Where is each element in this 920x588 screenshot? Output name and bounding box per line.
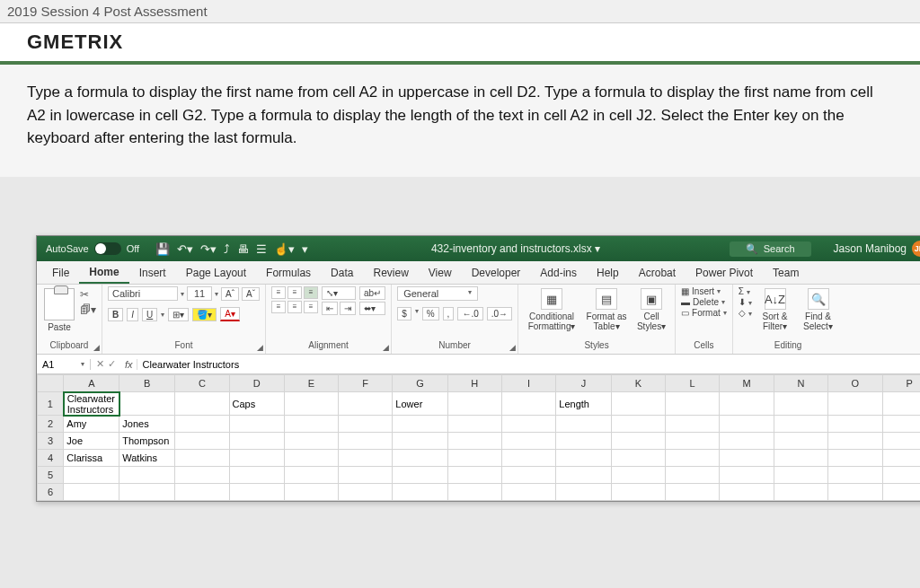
col-header-K[interactable]: K (611, 375, 665, 392)
cell-E6[interactable] (284, 484, 338, 501)
tab-page-layout[interactable]: Page Layout (176, 263, 256, 283)
cell-C4[interactable] (175, 450, 229, 467)
cell-I2[interactable] (501, 416, 555, 433)
cell-D5[interactable] (229, 467, 284, 484)
col-header-M[interactable]: M (720, 375, 774, 392)
cell-L4[interactable] (665, 450, 719, 467)
cell-C2[interactable] (175, 416, 229, 433)
decrease-font-icon[interactable]: Aˇ (242, 287, 260, 301)
font-size-select[interactable]: 11 (187, 286, 212, 301)
tab-view[interactable]: View (419, 263, 462, 283)
font-name-select[interactable]: Calibri (108, 286, 178, 301)
document-name[interactable]: 432-inventory and instructors.xlsx ▾ (315, 242, 716, 255)
cell-H6[interactable] (447, 484, 501, 501)
cell-N3[interactable] (774, 433, 827, 450)
cell-F2[interactable] (339, 416, 393, 433)
font-color-icon[interactable]: A▾ (220, 307, 240, 321)
cell-N6[interactable] (774, 484, 827, 501)
cell-D1[interactable]: Caps (229, 392, 284, 416)
copy-icon[interactable]: 🗐▾ (80, 303, 96, 316)
cell-I5[interactable] (501, 467, 555, 484)
cell-C1[interactable] (175, 392, 229, 416)
col-header-C[interactable]: C (175, 375, 229, 392)
autosum-button[interactable]: Σ ▾ (739, 286, 752, 296)
cell-F4[interactable] (339, 450, 393, 467)
cell-D4[interactable] (229, 450, 284, 467)
cell-K5[interactable] (611, 467, 665, 484)
tab-developer[interactable]: Developer (462, 263, 531, 283)
fill-color-icon[interactable]: 🪣▾ (192, 308, 217, 321)
cell-B5[interactable] (119, 467, 175, 484)
cell-E2[interactable] (284, 416, 338, 433)
indent-inc-icon[interactable]: ⇥ (340, 302, 356, 315)
autosave-toggle[interactable]: AutoSave Off (37, 242, 148, 255)
format-as-table-button[interactable]: ▤Format asTable▾ (583, 286, 630, 333)
cell-P2[interactable] (882, 416, 920, 433)
cell-M5[interactable] (720, 467, 774, 484)
search-box[interactable]: 🔍 Search (730, 241, 811, 257)
cell-P4[interactable] (882, 450, 920, 467)
paste-button[interactable]: Paste (42, 286, 76, 334)
cell-N1[interactable] (774, 392, 827, 416)
border-icon[interactable]: ⊞▾ (168, 308, 189, 321)
comma-icon[interactable]: , (443, 307, 455, 320)
toggle-icon[interactable] (94, 242, 121, 255)
tab-insert[interactable]: Insert (129, 263, 176, 283)
cell-J4[interactable] (556, 450, 611, 467)
dialog-launcher-icon[interactable]: ◢ (509, 343, 516, 352)
cell-E5[interactable] (284, 467, 338, 484)
cancel-formula-icon[interactable]: ✕ (96, 358, 104, 370)
cell-J6[interactable] (556, 484, 611, 501)
cell-O4[interactable] (828, 450, 882, 467)
number-format-select[interactable]: General ▾ (397, 286, 478, 301)
delete-cells-button[interactable]: ▬Delete ▾ (681, 297, 727, 307)
col-header-J[interactable]: J (556, 375, 611, 392)
cell-L6[interactable] (665, 484, 719, 501)
underline-button[interactable]: U (142, 308, 157, 321)
undo-icon[interactable]: ↶▾ (177, 242, 193, 256)
cell-F3[interactable] (339, 433, 393, 450)
cell-I3[interactable] (501, 433, 555, 450)
cell-K3[interactable] (611, 433, 665, 450)
row-header-6[interactable]: 6 (38, 484, 64, 501)
cell-G6[interactable] (393, 484, 447, 501)
col-header-O[interactable]: O (828, 375, 882, 392)
cell-P6[interactable] (882, 484, 920, 501)
cell-J1[interactable]: Length (556, 392, 611, 416)
cell-B1[interactable] (119, 392, 175, 416)
col-header-A[interactable]: A (64, 375, 119, 392)
row-header-4[interactable]: 4 (38, 450, 64, 467)
cell-K2[interactable] (611, 416, 665, 433)
tab-team[interactable]: Team (763, 263, 809, 283)
col-header-G[interactable]: G (393, 375, 447, 392)
cell-H3[interactable] (447, 433, 501, 450)
cell-I4[interactable] (501, 450, 555, 467)
row-header-2[interactable]: 2 (38, 416, 64, 433)
col-header-P[interactable]: P (882, 375, 920, 392)
cell-E1[interactable] (284, 392, 338, 416)
fx-icon[interactable]: fx (121, 359, 137, 370)
cell-C5[interactable] (175, 467, 229, 484)
cell-D3[interactable] (229, 433, 284, 450)
wrap-text-icon[interactable]: ab↵ (359, 286, 385, 300)
cell-H2[interactable] (447, 416, 501, 433)
cell-K1[interactable] (611, 392, 665, 416)
cell-styles-button[interactable]: ▣CellStyles▾ (633, 286, 669, 333)
cell-O6[interactable] (828, 484, 882, 501)
increase-decimal-icon[interactable]: ←.0 (457, 307, 482, 320)
cell-D2[interactable] (229, 416, 284, 433)
cell-L1[interactable] (665, 392, 719, 416)
orientation-icon[interactable]: ⤡▾ (322, 286, 356, 300)
row-header-5[interactable]: 5 (38, 467, 64, 484)
col-header-D[interactable]: D (229, 375, 284, 392)
preview-icon[interactable]: ☰ (256, 242, 267, 256)
clear-button[interactable]: ◇ ▾ (739, 308, 752, 318)
cell-F5[interactable] (339, 467, 393, 484)
cell-G4[interactable] (393, 450, 447, 467)
tab-review[interactable]: Review (363, 263, 418, 283)
cell-C6[interactable] (175, 484, 229, 501)
cell-M3[interactable] (720, 433, 774, 450)
col-header-L[interactable]: L (665, 375, 719, 392)
cell-E4[interactable] (284, 450, 338, 467)
cell-M1[interactable] (720, 392, 774, 416)
